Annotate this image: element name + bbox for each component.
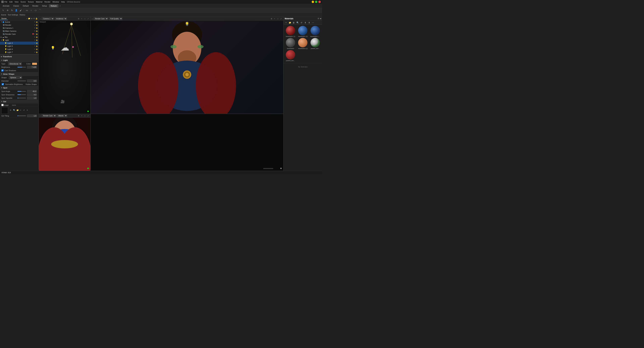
tab-animate[interactable]: Animate <box>1 4 11 8</box>
brightness-slider[interactable] <box>18 67 26 68</box>
spot-sharpness-input[interactable] <box>27 93 37 96</box>
titlebar-menus[interactable]: File Edit View Scene Texture Material Re… <box>4 1 65 3</box>
gel-section[interactable]: ▼ Gel <box>0 100 38 103</box>
tree-item-render[interactable]: 🎬 Render 👁 🔒 <box>0 24 38 27</box>
viewport-rendercam-content[interactable]: 💡 <box>91 21 283 114</box>
ab-settings-icon[interactable]: ⚙ <box>77 115 80 117</box>
tree-item-light4[interactable]: 💡 Light 4 👁 🔒 <box>0 48 38 51</box>
viewport-cam1-select[interactable]: Camera 1 <box>42 17 54 20</box>
gel-tiling-slider[interactable] <box>18 116 26 116</box>
select-tool[interactable]: ↖ <box>1 9 5 12</box>
tree-item-sky[interactable]: ▶ ☁ Sky 👁 🔒 <box>0 36 38 39</box>
minimize-button[interactable] <box>312 1 314 3</box>
light-section[interactable]: ▼ Light <box>0 59 38 62</box>
viewport-bottom-right[interactable] <box>90 114 284 171</box>
ab-add-icon[interactable]: + <box>80 115 83 117</box>
viewport-albedo-content[interactable] <box>39 118 90 171</box>
tab-texture[interactable]: Texture <box>49 4 58 8</box>
vp1-add-icon[interactable]: + <box>80 18 83 20</box>
rect-select[interactable]: ▭ <box>25 9 29 12</box>
scene-label[interactable]: Scene <box>1 14 6 16</box>
spot-section[interactable]: ▼ Spot <box>0 86 38 90</box>
mat-item-newmat03[interactable]: NewMat03 <box>285 38 296 49</box>
albedo-mode-select[interactable]: Albedo <box>57 114 67 117</box>
panel-icon-eye[interactable]: 👁 <box>31 18 33 20</box>
mat-item-newmat02-1[interactable]: NewMat02 (1) <box>285 26 296 37</box>
oval-select[interactable]: ⬭ <box>34 9 38 12</box>
gel-edit-icon[interactable]: ✏ <box>20 109 22 112</box>
rc-expand-icon[interactable]: ⤢ <box>280 18 282 20</box>
panel-icon-gear[interactable]: ⚙ <box>33 18 35 20</box>
close-button[interactable] <box>318 1 321 3</box>
add-tab-button[interactable]: + <box>59 4 62 8</box>
gel-image-checkbox[interactable] <box>1 104 4 106</box>
light-type-select[interactable]: Directional Point Spot Area <box>8 62 22 65</box>
area-shape-section[interactable]: ▼ Area / Shape <box>0 72 38 76</box>
transform-section[interactable]: ▶ Transform <box>0 55 38 59</box>
menu-scene[interactable]: Scene <box>20 1 26 3</box>
vp1-expand-icon[interactable]: □ <box>84 18 86 20</box>
diameter-input[interactable] <box>27 80 37 82</box>
spot-angle-input[interactable] <box>27 90 37 93</box>
panel-icon-add[interactable]: + <box>26 18 28 20</box>
tree-item-camera1[interactable]: 📷 Camera 1 👁 🔒 <box>0 27 38 30</box>
mat-item-newmat02-3[interactable]: NewMat02 (2...) <box>309 26 321 37</box>
tool-settings-label[interactable]: Tool Settings <box>8 14 18 16</box>
rotate-tool[interactable]: ↻ <box>10 9 14 12</box>
normalize-checkbox[interactable] <box>2 83 4 85</box>
lasso-tool[interactable]: ⌒ <box>38 9 42 12</box>
gel-folder-icon[interactable]: 📁 <box>16 109 19 112</box>
vp1-fullscreen-icon[interactable]: ⤢ <box>87 18 90 20</box>
diameter-slider[interactable] <box>18 81 26 81</box>
viewport-mode1-select[interactable]: Incidence <box>55 17 67 20</box>
vp1-settings-icon[interactable]: ⚙ <box>77 18 80 20</box>
spot-sharpness-slider[interactable] <box>18 94 26 95</box>
mat-item-pasted-lam1[interactable]: pasted_lam... <box>309 38 321 49</box>
tree-item-light-group[interactable]: ▼ 💡 Light 👁 🔒 <box>0 39 38 42</box>
mat-more-btn[interactable]: ⋯ <box>311 21 315 24</box>
gel-tiling-input[interactable] <box>27 115 37 117</box>
tree-item-light7[interactable]: 💡 Light 7 👁 🔒 <box>0 51 38 54</box>
cast-shadows-checkbox[interactable] <box>1 69 4 72</box>
mat-folder-btn[interactable]: 📁 <box>288 21 292 24</box>
mat-export-btn[interactable]: ⬇ <box>308 21 311 24</box>
panel-icon-folder[interactable]: 📁 <box>28 18 30 20</box>
rc-add-icon[interactable]: + <box>273 18 276 20</box>
panel-icon-lock[interactable]: 🔒 <box>36 18 38 20</box>
ab-fullscreen-icon[interactable]: □ <box>84 115 86 117</box>
tab-classic[interactable]: Classic <box>12 4 21 8</box>
mat-search-btn[interactable]: 🔍 <box>296 21 299 24</box>
mat-import-btn[interactable]: ⬆ <box>304 21 307 24</box>
rendercam-mode-select[interactable]: Full Quality <box>109 17 122 20</box>
mat-refresh-btn[interactable]: ↺ <box>300 21 303 24</box>
mat-item-newmat02-2[interactable]: NewMat02 (2) <box>297 26 309 37</box>
move-tool[interactable]: ✛ <box>6 9 10 12</box>
menu-edit[interactable]: Edit <box>10 1 12 3</box>
mat-add-btn[interactable]: + <box>284 21 288 24</box>
menu-file[interactable]: File <box>4 1 8 3</box>
viewport-camera1-content[interactable]: ☁ 💡 ✦ 🎥 Viewport <box>39 21 90 114</box>
tab-render[interactable]: Render <box>31 4 40 8</box>
mat-collapse-icon[interactable]: ◀ <box>320 18 321 20</box>
tab-setup[interactable]: Setup <box>40 4 49 8</box>
tree-item-light3[interactable]: 💡 Light 3 👁 🔒 <box>0 42 38 45</box>
ab-expand-icon[interactable]: ⤢ <box>87 115 90 117</box>
menu-render[interactable]: Render <box>44 1 50 3</box>
menu-material[interactable]: Material <box>36 1 42 3</box>
maximize-button[interactable] <box>315 1 318 3</box>
mat-delete-btn[interactable]: 🗑 <box>292 21 296 24</box>
history-label[interactable]: History <box>20 14 25 16</box>
mat-item-pasted-lam2[interactable]: pasted_lam... <box>285 50 296 62</box>
gel-close-icon[interactable]: ✕ <box>26 109 29 112</box>
person-tool[interactable]: 👤 <box>14 9 18 12</box>
spot-angle-slider[interactable] <box>18 91 26 92</box>
mat-item-newmat03-1[interactable]: NewMat03 (1) <box>297 38 309 49</box>
menu-texture[interactable]: Texture <box>28 1 34 3</box>
rendercam-select[interactable]: Render Cam <box>94 17 108 20</box>
gel-refresh-icon[interactable]: ↺ <box>23 109 26 112</box>
tree-item-light5[interactable]: 💡 Light 5 👁 🔒 <box>0 45 38 48</box>
panel-tab-scene[interactable]: Scene <box>0 17 8 20</box>
light-color-swatch[interactable] <box>32 63 37 65</box>
mat-settings-icon[interactable]: ⚙ <box>318 18 319 20</box>
albedo-cam-select[interactable]: Render Cam <box>42 114 56 117</box>
